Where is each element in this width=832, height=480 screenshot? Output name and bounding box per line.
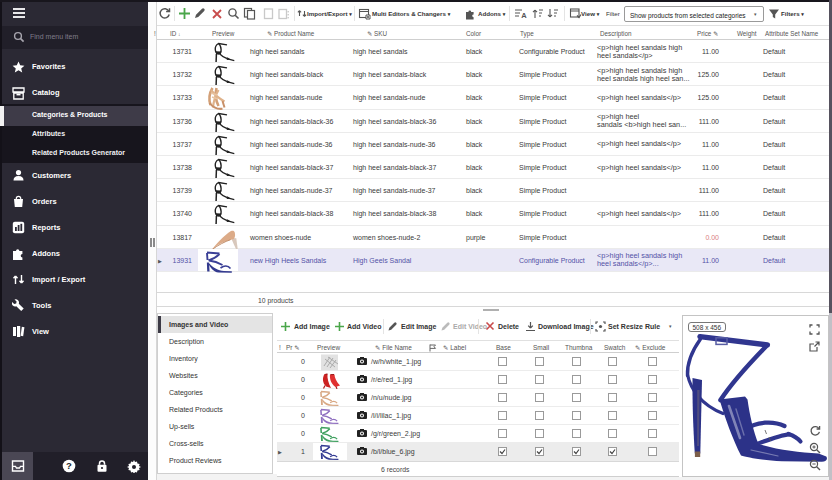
svg-text:?: ? xyxy=(66,460,72,471)
svg-text:A: A xyxy=(521,11,527,19)
